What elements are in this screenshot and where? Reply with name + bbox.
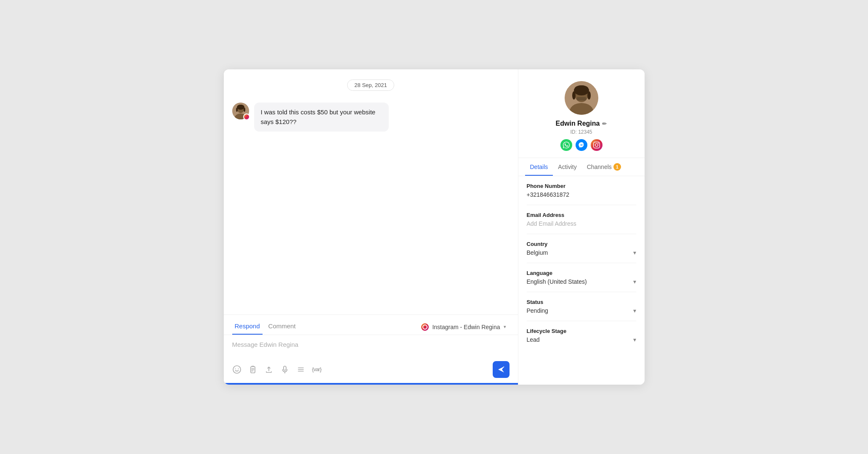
channel-selector[interactable]: Instagram - Edwin Regina ▾ [418,322,509,333]
svg-rect-14 [284,366,286,370]
compose-input[interactable]: Message Edwin Regina [232,341,510,354]
channel-icons-row [560,139,603,151]
chat-panel: 28 Sep, 2021 [224,69,518,385]
contact-name-row: Edwin Regina ✏ [556,120,607,127]
compose-tab-group: Respond Comment [232,319,298,335]
tab-channels[interactable]: Channels 1 [582,158,626,176]
instagram-channel-icon [421,323,429,331]
lifecycle-value: Lead [527,336,540,343]
email-label: Email Address [527,212,636,218]
message-row: I was told this costs $50 but your websi… [232,103,510,132]
country-select[interactable]: Belgium ▾ [527,249,636,256]
email-placeholder[interactable]: Add Email Address [527,220,636,227]
language-label: Language [527,270,636,276]
email-field: Email Address Add Email Address [527,212,636,234]
svg-point-7 [233,366,241,373]
channels-badge: 1 [613,163,621,171]
status-select[interactable]: Pending ▾ [527,307,636,314]
variable-icon[interactable]: {var} [312,365,321,374]
message-bubble: I was told this costs $50 but your websi… [254,103,389,132]
country-chevron-icon: ▾ [633,249,636,256]
details-section: Phone Number +321846631872 Email Address… [518,176,645,385]
lifecycle-label: Lifecycle Stage [527,328,636,334]
compose-toolbar: {var} [224,358,518,383]
phone-number-value: +321846631872 [527,191,636,198]
compose-input-area: Message Edwin Regina [224,335,518,358]
edit-icon[interactable]: ✏ [602,121,607,127]
compose-tabs: Respond Comment Instagram - Edwin Regina… [224,315,518,335]
country-value: Belgium [527,249,548,256]
list-icon[interactable] [296,365,305,374]
chevron-down-icon: ▾ [504,324,506,330]
language-chevron-icon: ▾ [633,278,636,285]
status-field: Status Pending ▾ [527,299,636,321]
lifecycle-select[interactable]: Lead ▾ [527,336,636,343]
whatsapp-icon[interactable] [560,139,572,151]
toolbar-icons: {var} [232,365,321,374]
right-tabs: Details Activity Channels 1 [518,158,645,176]
compose-area: Respond Comment Instagram - Edwin Regina… [224,314,518,385]
svg-point-25 [575,85,588,92]
instagram-icon[interactable] [591,139,603,151]
status-value: Pending [527,307,548,314]
status-chevron-icon: ▾ [633,307,636,314]
right-panel: Edwin Regina ✏ ID: 12345 Details Activit… [518,69,645,385]
country-field: Country Belgium ▾ [527,241,636,263]
contact-avatar-small [232,103,249,119]
mic-icon[interactable] [280,365,289,374]
svg-point-24 [587,91,591,100]
blue-bottom-line [224,383,518,385]
clipboard-icon[interactable] [248,365,257,374]
svg-point-5 [244,108,245,112]
tab-comment[interactable]: Comment [266,319,298,335]
lifecycle-chevron-icon: ▾ [633,336,636,343]
date-badge: 28 Sep, 2021 [347,79,394,91]
svg-point-23 [572,91,576,100]
svg-point-8 [235,369,236,370]
main-container: 28 Sep, 2021 [224,69,645,385]
instagram-channel-badge [243,114,250,120]
tab-details[interactable]: Details [525,158,553,176]
send-button[interactable] [493,361,510,378]
svg-point-4 [236,108,238,112]
emoji-icon[interactable] [232,365,242,374]
svg-rect-26 [577,97,586,100]
language-field: Language English (United States) ▾ [527,270,636,292]
contact-id: ID: 12345 [570,129,592,135]
language-value: English (United States) [527,278,587,285]
status-label: Status [527,299,636,305]
svg-point-9 [238,369,239,370]
lifecycle-field: Lifecycle Stage Lead ▾ [527,328,636,350]
messenger-icon[interactable] [576,139,587,151]
phone-number-label: Phone Number [527,183,636,189]
contact-name: Edwin Regina [556,120,600,127]
language-select[interactable]: English (United States) ▾ [527,278,636,285]
tab-respond[interactable]: Respond [232,319,263,335]
tab-activity[interactable]: Activity [553,158,581,176]
country-label: Country [527,241,636,247]
contact-header: Edwin Regina ✏ ID: 12345 [518,69,645,158]
upload-icon[interactable] [264,365,273,374]
phone-number-field: Phone Number +321846631872 [527,183,636,205]
svg-point-6 [237,105,244,108]
chat-messages: 28 Sep, 2021 [224,69,518,314]
channel-selector-label: Instagram - Edwin Regina [432,324,500,330]
contact-avatar-large [565,81,598,115]
